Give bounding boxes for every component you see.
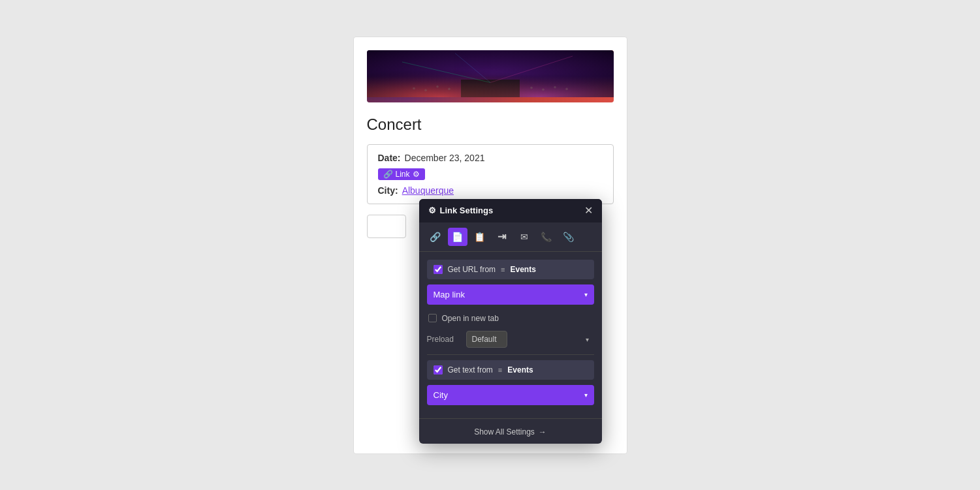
db-icon-url: ≡ xyxy=(501,266,505,273)
show-all-settings-arrow: → xyxy=(539,427,546,436)
city-label: City: xyxy=(378,185,398,196)
tab-row: 🔗 📄 📋 ⇥ ✉ 📞 📎 xyxy=(419,222,602,252)
preload-arrow: ▾ xyxy=(586,335,589,343)
separator xyxy=(427,354,594,355)
url-source-name: Events xyxy=(511,265,536,274)
db-icon-text: ≡ xyxy=(498,366,502,374)
text-source-name: Events xyxy=(507,365,533,375)
modal-title: Link Settings xyxy=(440,206,494,215)
svg-point-9 xyxy=(542,88,545,91)
preload-row: Preload Default None Render Prefetch ▾ xyxy=(427,331,594,348)
date-value: December 23, 2021 xyxy=(405,153,485,163)
tab-page-icon[interactable]: 📄 xyxy=(448,228,467,246)
svg-rect-2 xyxy=(367,50,614,97)
modal-body: Get URL from ≡ Events Map link Website C… xyxy=(419,252,602,418)
show-all-settings-label: Show All Settings xyxy=(474,427,535,436)
get-text-row: Get text from ≡ Events xyxy=(427,360,594,380)
city-row: City: Albuquerque xyxy=(378,185,603,196)
date-label: Date: xyxy=(378,153,401,163)
blank-button[interactable] xyxy=(367,215,406,238)
page-container: Concert Date: December 23, 2021 🔗 Link ⚙… xyxy=(353,37,627,454)
modal-footer: Show All Settings → xyxy=(419,418,602,444)
preload-label: Preload xyxy=(427,335,461,344)
preload-dropdown[interactable]: Default None Render Prefetch xyxy=(466,331,507,348)
link-badge-row[interactable]: 🔗 Link ⚙ xyxy=(378,168,603,180)
svg-point-4 xyxy=(413,87,415,89)
open-new-tab-row: Open in new tab xyxy=(427,310,594,327)
svg-point-6 xyxy=(436,85,439,88)
url-dropdown-row: Map link Website Custom URL ▾ xyxy=(427,284,594,305)
svg-rect-3 xyxy=(461,80,520,97)
link-icon: 🔗 xyxy=(383,170,393,179)
text-dropdown[interactable]: City Name Date Venue xyxy=(427,385,594,405)
get-text-label: Get text from xyxy=(448,365,493,375)
tab-attachment-icon[interactable]: 📎 xyxy=(559,228,578,246)
link-badge[interactable]: 🔗 Link ⚙ xyxy=(378,168,425,180)
link-badge-label: Link xyxy=(396,170,410,179)
tab-phone-icon[interactable]: 📞 xyxy=(537,228,556,246)
tab-email-icon[interactable]: ✉ xyxy=(514,228,534,246)
city-value[interactable]: Albuquerque xyxy=(402,185,454,196)
tab-link-icon[interactable]: 🔗 xyxy=(426,228,445,246)
svg-point-8 xyxy=(530,86,533,89)
svg-point-7 xyxy=(448,87,450,90)
tab-redirect-icon[interactable]: ⇥ xyxy=(492,228,512,246)
svg-point-10 xyxy=(554,85,556,88)
get-text-checkbox[interactable] xyxy=(434,365,443,375)
svg-point-5 xyxy=(424,89,427,91)
tab-file-icon[interactable]: 📋 xyxy=(470,228,490,246)
url-dropdown[interactable]: Map link Website Custom URL xyxy=(427,284,594,305)
show-all-settings-button[interactable]: Show All Settings → xyxy=(474,427,546,436)
info-box: Date: December 23, 2021 🔗 Link ⚙ City: A… xyxy=(367,144,614,204)
modal-header: ⚙ Link Settings ✕ xyxy=(419,199,602,222)
concert-title: Concert xyxy=(367,115,614,134)
get-url-label: Get URL from xyxy=(448,265,496,274)
open-new-tab-checkbox[interactable] xyxy=(428,314,437,322)
modal-close-button[interactable]: ✕ xyxy=(584,206,593,216)
modal-header-left: ⚙ Link Settings xyxy=(428,206,494,215)
link-gear-icon[interactable]: ⚙ xyxy=(413,170,420,179)
concert-image xyxy=(367,50,614,102)
modal-gear-icon: ⚙ xyxy=(428,206,436,215)
svg-point-11 xyxy=(565,87,568,90)
text-dropdown-row: City Name Date Venue ▾ xyxy=(427,385,594,405)
get-url-row: Get URL from ≡ Events xyxy=(427,260,594,279)
link-settings-modal: ⚙ Link Settings ✕ 🔗 📄 📋 ⇥ ✉ 📞 📎 Get URL … xyxy=(419,199,602,444)
open-new-tab-label: Open in new tab xyxy=(442,314,499,323)
get-url-checkbox[interactable] xyxy=(434,265,443,274)
date-row: Date: December 23, 2021 xyxy=(378,153,603,163)
